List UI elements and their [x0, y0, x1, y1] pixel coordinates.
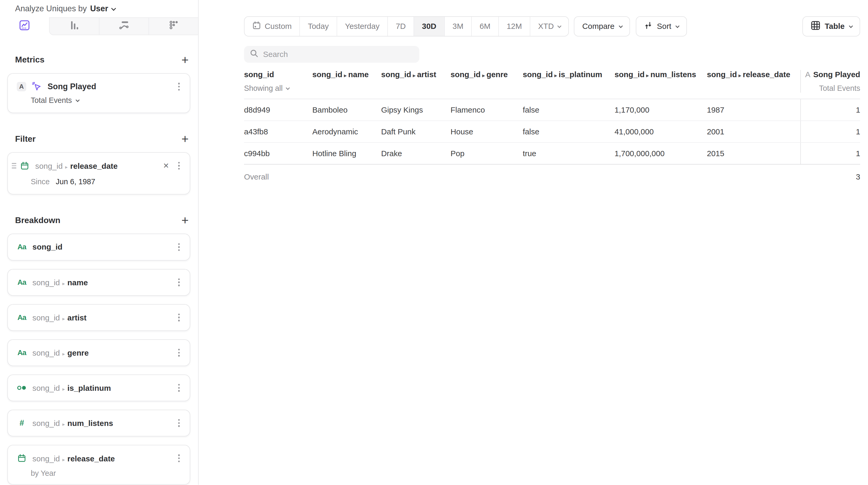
column-header-artist[interactable]: song_id▸artist: [381, 70, 451, 93]
retention-dots-icon: [168, 20, 179, 33]
visualization-tabstrip: [0, 17, 198, 35]
results-table: song_id Showing all song_id▸name song_id…: [244, 70, 860, 189]
column-header-num-listens[interactable]: song_id▸num_listens: [615, 70, 707, 93]
breakdown-card[interactable]: Aa song_id: [7, 234, 190, 260]
metric-value: 1: [800, 143, 866, 164]
add-breakdown-button[interactable]: +: [182, 215, 189, 225]
add-metric-button[interactable]: +: [182, 55, 189, 65]
column-header-release-date[interactable]: song_id▸release_date: [707, 70, 800, 93]
range-custom[interactable]: Custom: [245, 17, 300, 36]
breakdown-more-menu[interactable]: [177, 346, 181, 359]
bar-chart-icon: [69, 20, 80, 33]
breakdown-property: song_id ▸ name: [33, 277, 88, 287]
text-type-icon: Aa: [17, 348, 27, 357]
breakdown-card[interactable]: # song_id ▸ num_listens: [7, 410, 190, 436]
drag-handle-icon[interactable]: [12, 163, 16, 168]
breakdown-property: song_id ▸ is_platinum: [33, 383, 111, 393]
report-toolbar: Custom Today Yesterday 7D 30D 3M 6M 12M …: [244, 16, 860, 36]
breakdown-more-menu[interactable]: [177, 276, 181, 289]
column-header-is-platinum[interactable]: song_id▸is_platinum: [523, 70, 615, 93]
breakdown-more-menu[interactable]: [177, 452, 181, 464]
search-icon: [250, 49, 258, 60]
filter-property-name: release_date: [70, 162, 118, 170]
breakdown-more-menu[interactable]: [177, 241, 181, 253]
breakdown-card[interactable]: Aa song_id ▸ artist: [7, 304, 190, 331]
metric-card[interactable]: A Song Played Total Events: [7, 73, 190, 113]
table-row[interactable]: c994bb Hotline Bling Drake Pop true 1,70…: [244, 143, 860, 164]
breakdown-more-menu[interactable]: [177, 382, 181, 394]
filter-title: Filter: [15, 134, 36, 144]
text-type-icon: Aa: [17, 278, 27, 286]
caret-right-icon: ▸: [62, 457, 65, 462]
column-header-metric[interactable]: ASong Played Total Events: [800, 70, 866, 93]
analyze-label: Analyze Uniques by: [15, 4, 87, 13]
breakdown-card[interactable]: Aa song_id ▸ name: [7, 269, 190, 296]
caret-right-icon: ▸: [646, 73, 649, 78]
tab-flows[interactable]: [99, 17, 149, 35]
breakdown-property: song_id ▸ artist: [33, 312, 87, 323]
add-filter-button[interactable]: +: [182, 134, 189, 144]
tab-retention[interactable]: [149, 17, 198, 35]
range-xtd[interactable]: XTD: [530, 17, 568, 36]
breakdown-bucket-selector[interactable]: by Year: [17, 469, 181, 478]
metric-value: 1: [800, 121, 866, 142]
aggregation-value: Total Events: [31, 96, 72, 105]
tab-insights[interactable]: [0, 17, 49, 35]
filter-more-menu[interactable]: [177, 159, 181, 172]
chevron-down-icon: [558, 24, 561, 28]
range-30d[interactable]: 30D: [413, 17, 444, 36]
range-7d[interactable]: 7D: [387, 17, 413, 36]
sort-button[interactable]: Sort: [636, 16, 687, 36]
breakdown-more-menu[interactable]: [177, 417, 181, 429]
metric-more-menu[interactable]: [177, 81, 181, 93]
flows-icon: [118, 20, 130, 33]
breakdown-card[interactable]: song_id ▸ release_date by Year: [7, 445, 190, 485]
filter-condition[interactable]: Since Jun 6, 1987: [17, 177, 181, 194]
insights-report: Analyze Uniques by User: [0, 0, 868, 485]
range-yesterday[interactable]: Yesterday: [337, 17, 387, 36]
filter-property: song_id ▸ release_date: [35, 161, 118, 171]
range-3m[interactable]: 3M: [444, 17, 471, 36]
filter-card[interactable]: song_id ▸ release_date ✕ Since Jun 6, 19…: [7, 152, 190, 194]
chevron-down-icon: [286, 86, 290, 90]
metric-aggregation-selector[interactable]: Total Events: [17, 96, 181, 113]
chevron-down-icon: [849, 24, 853, 28]
text-type-icon: Aa: [17, 313, 27, 322]
remove-filter-button[interactable]: ✕: [162, 160, 170, 171]
column-header-name[interactable]: song_id▸name: [312, 70, 381, 93]
filter-section-header: Filter +: [7, 134, 190, 144]
breakdown-card[interactable]: Aa song_id ▸ genre: [7, 339, 190, 366]
insights-chart-icon: [19, 20, 30, 33]
caret-right-icon: ▸: [554, 73, 557, 78]
range-12m[interactable]: 12M: [498, 17, 530, 36]
compare-button[interactable]: Compare: [574, 16, 630, 36]
sidebar-sections: Metrics + A Song Played Total Ev: [0, 35, 198, 485]
report-main: Custom Today Yesterday 7D 30D 3M 6M 12M …: [198, 0, 868, 485]
analyze-header: Analyze Uniques by User: [0, 0, 198, 17]
date-type-icon: [17, 454, 27, 462]
chevron-down-icon: [676, 24, 680, 28]
breakdown-title: Breakdown: [15, 215, 60, 225]
breakdown-card[interactable]: song_id ▸ is_platinum: [7, 374, 190, 401]
overall-row: Overall 3: [244, 164, 860, 189]
entity-selector[interactable]: User: [90, 4, 115, 13]
showing-all-selector[interactable]: Showing all: [244, 84, 307, 93]
column-header-genre[interactable]: song_id▸genre: [451, 70, 523, 93]
filter-value: Jun 6, 1987: [56, 177, 95, 186]
range-today[interactable]: Today: [300, 17, 336, 36]
entity-value: User: [90, 4, 108, 13]
breakdown-more-menu[interactable]: [177, 311, 181, 324]
filter-operator: Since: [31, 177, 50, 186]
query-builder-sidebar: Analyze Uniques by User: [0, 0, 198, 485]
table-row[interactable]: a43fb8 Aerodynamic Daft Punk House false…: [244, 121, 860, 143]
chart-type-button[interactable]: Table: [802, 16, 860, 36]
caret-right-icon: ▸: [62, 422, 65, 427]
column-header-song-id[interactable]: song_id Showing all: [244, 70, 312, 93]
tab-bar-chart[interactable]: [49, 17, 99, 35]
table-search[interactable]: [244, 46, 419, 63]
table-row[interactable]: d8d949 Bamboleo Gipsy Kings Flamenco fal…: [244, 99, 860, 121]
search-input[interactable]: [263, 50, 413, 59]
date-range-selector: Custom Today Yesterday 7D 30D 3M 6M 12M …: [244, 16, 569, 36]
event-click-icon: [32, 82, 42, 92]
range-6m[interactable]: 6M: [471, 17, 498, 36]
